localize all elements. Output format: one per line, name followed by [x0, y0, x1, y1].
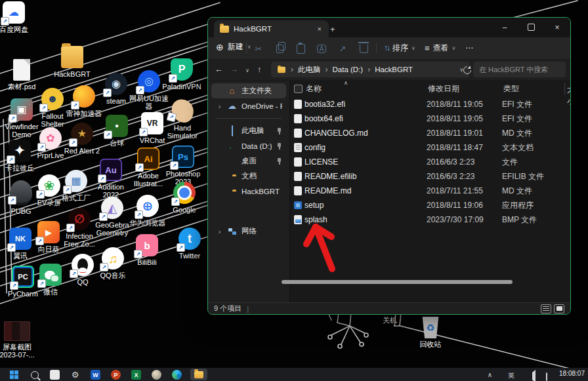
horizontal-scrollbar[interactable]	[282, 280, 513, 284]
desktop-icon-sunflower[interactable]: ▶↗向日葵	[27, 221, 70, 253]
rename-button[interactable]: A	[313, 42, 330, 55]
share-button[interactable]: ↗	[334, 42, 351, 55]
minimize-button[interactable]: –	[492, 18, 518, 37]
breadcrumb-folder[interactable]: HackBGRT	[375, 66, 413, 73]
taskbar-settings-button[interactable]: ⚙	[70, 370, 80, 380]
folder-icon	[278, 66, 285, 72]
tab-close-icon[interactable]: ×	[316, 25, 323, 33]
taskbar-app-edge[interactable]	[172, 370, 182, 380]
windows-logo-icon	[10, 371, 19, 380]
sort-ascending-icon: ∧	[344, 80, 348, 86]
file-row[interactable]: bootx64.efi2018/8/11 19:05EFI 文件	[290, 111, 570, 126]
monitor-icon	[227, 126, 237, 136]
chevron-right-icon[interactable]: ›	[217, 102, 222, 110]
column-header-type[interactable]: 类型	[503, 83, 570, 94]
breadcrumb-drive[interactable]: Data (D:)	[333, 66, 364, 73]
breadcrumb-chevron-icon: ›	[291, 65, 293, 74]
desktop-icon-sucai-psd[interactable]: 素材.psd	[0, 59, 43, 90]
desktop-icon-baidu-netdisk[interactable]: ☁↗百度网盘	[0, 1, 35, 33]
shortcut-arrow-icon: ↗	[7, 243, 16, 252]
leishen-icon: ↗	[73, 85, 95, 108]
taskbar-app-notepad[interactable]	[50, 370, 60, 380]
maximize-button[interactable]	[518, 18, 544, 37]
desktop-icon-hand-simulator[interactable]: ↗Hand Simulator	[161, 100, 204, 140]
back-button[interactable]: ←	[215, 64, 223, 74]
desktop-icon-pycharm[interactable]: PC↗PyCharm	[1, 266, 45, 298]
hand-simulator-icon: ↗	[169, 97, 196, 125]
explorer-tab[interactable]: HackBGRT ×	[214, 20, 329, 37]
close-button[interactable]: ×	[544, 18, 570, 37]
desktop-icon-paladinvpn[interactable]: P↗PaladinVPN	[160, 58, 203, 90]
paste-button[interactable]	[292, 42, 309, 55]
share-icon: ↗	[339, 44, 346, 54]
column-header-size[interactable]: 大小	[567, 85, 570, 107]
sidebar-item-desktop[interactable]: 桌面	[211, 153, 286, 169]
shutdown-shortcut-label[interactable]: 关机	[383, 315, 397, 325]
desktop-icon-label: 百度网盘	[0, 26, 35, 33]
column-header-name[interactable]: 名称	[306, 83, 428, 94]
window-titlebar[interactable]: HackBGRT × + – ×	[208, 18, 570, 37]
taskbar-app-powerpoint[interactable]: P	[111, 370, 121, 380]
sidebar-item-onedrive[interactable]: ›☁OneDrive - Person	[211, 98, 286, 113]
battery-icon[interactable]	[546, 373, 547, 380]
desktop-icon-recycle-bin[interactable]: ♻ 回收站	[409, 317, 452, 348]
taskbar-app-excel[interactable]: X	[131, 370, 141, 380]
new-icon: ⊕	[216, 42, 224, 52]
desktop-icon-twitter[interactable]: t↗Twitter	[168, 228, 211, 260]
forward-button[interactable]: →	[230, 64, 238, 74]
speaker-icon[interactable]	[530, 372, 536, 380]
sidebar-item-network[interactable]: ›网络	[211, 224, 286, 239]
column-divider[interactable]	[564, 83, 565, 94]
taskbar-app-word[interactable]: W	[91, 370, 100, 380]
chevron-right-icon[interactable]: ›	[217, 228, 222, 235]
desktop-icon-kalabiqiu[interactable]: ✦↗卡拉彼丘	[0, 140, 41, 172]
large-icons-view-toggle-icon[interactable]	[554, 304, 564, 313]
history-dropdown-icon[interactable]: ∨	[245, 68, 249, 73]
taskbar-app-compass[interactable]	[152, 370, 161, 380]
view-button[interactable]: ≡ 查看 ∨	[425, 41, 455, 54]
file-row[interactable]: bootia32.efi2018/8/11 19:05EFI 文件	[290, 97, 570, 111]
desktop-icon-huawei-browser[interactable]: ⊕↗华为浏览器	[126, 195, 169, 227]
select-all-checkbox[interactable]	[294, 85, 303, 93]
breadcrumb-this-pc[interactable]: 此电脑	[298, 65, 321, 75]
search-box[interactable]	[473, 62, 566, 77]
sidebar-item-data-drive[interactable]: Data (D:)	[211, 138, 286, 153]
delete-button[interactable]	[355, 42, 372, 55]
file-row[interactable]: LICENSE2016/6/3 2:23文件	[290, 155, 570, 169]
sidebar-item-hackbgrt[interactable]: HackBGRT	[211, 184, 286, 199]
shortcut-arrow-icon: ↗	[70, 270, 78, 278]
sidebar-item-this-pc[interactable]: 此电脑	[211, 123, 286, 138]
more-button[interactable]: ⋯	[465, 41, 473, 54]
cut-button[interactable]: ✂	[250, 42, 267, 55]
shortcut-arrow-icon: ↗	[71, 101, 79, 110]
desktop-icon-pubg[interactable]: ↗PUBG	[0, 180, 43, 215]
steam-icon: ◉↗	[105, 73, 127, 95]
address-bar[interactable]: › 此电脑 › Data (D:) › HackBGRT ∨	[271, 62, 469, 77]
taskbar-search-button[interactable]	[30, 370, 39, 380]
new-tab-button[interactable]: +	[330, 24, 335, 34]
start-button[interactable]	[9, 370, 19, 380]
desktop-icon-hackbgrt-zip[interactable]: HackBGRT	[51, 46, 94, 78]
desktop-icon-photoshop[interactable]: Ps↗Photoshop 2023	[161, 146, 205, 186]
file-row[interactable]: README.efilib2016/6/3 2:23EFILIB 文件	[290, 169, 570, 184]
shortcut-arrow-icon: ↗	[139, 128, 148, 136]
billiards-icon: ●↗	[106, 115, 128, 137]
search-input[interactable]	[473, 66, 571, 73]
desktop-icon-qq[interactable]: ↗QQ	[61, 254, 104, 286]
file-row[interactable]: config2018/8/11 18:47文本文档	[290, 140, 570, 155]
sidebar-item-documents[interactable]: 文档	[211, 169, 286, 184]
file-row[interactable]: setup2018/8/11 19:06应用程序	[290, 198, 570, 212]
copy-button[interactable]	[271, 42, 288, 55]
desktop-icon-screenshot-file[interactable]: 屏幕截图 2023-07-...	[0, 321, 39, 359]
taskbar-file-explorer-button[interactable]	[190, 369, 207, 380]
column-header-modified[interactable]: 修改日期	[428, 83, 503, 94]
up-button[interactable]: ↑	[257, 64, 262, 74]
input-language-indicator[interactable]: 英	[508, 371, 514, 380]
sidebar-item-home[interactable]: ⌂主文件夹	[211, 83, 286, 98]
tray-expand-icon[interactable]: ∧	[488, 371, 492, 378]
taskbar-clock[interactable]: 18:08:07	[559, 370, 585, 377]
file-row[interactable]: CHANGELOG.md2018/8/11 19:01MD 文件	[290, 126, 570, 140]
file-row[interactable]: README.md2018/7/11 21:55MD 文件	[290, 184, 570, 198]
sort-button[interactable]: ↑↓ 排序 ∨	[384, 41, 415, 54]
details-view-toggle-icon[interactable]	[541, 304, 551, 313]
